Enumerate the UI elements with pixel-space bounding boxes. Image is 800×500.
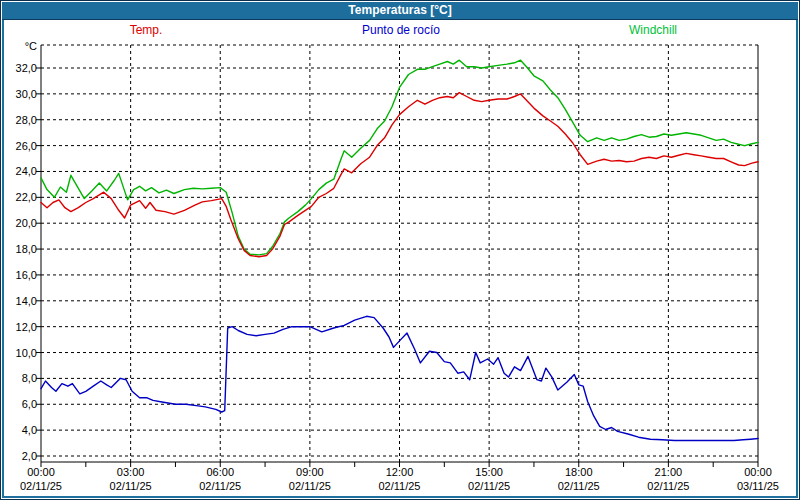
x-tick-time-label: 00:00 xyxy=(27,466,55,478)
legend-item-temp: Temp. xyxy=(130,23,163,37)
y-tick-label: 28,0 xyxy=(16,114,37,126)
x-tick-date-label: 02/11/25 xyxy=(647,480,689,492)
window-title: Temperaturas [°C] xyxy=(348,3,451,17)
app-window: Temperaturas [°C] Temp. Punto de rocío W… xyxy=(0,0,800,500)
x-tick-time-label: 06:00 xyxy=(206,466,234,478)
y-tick-label: 22,0 xyxy=(16,191,37,203)
x-tick-date-label: 03/11/25 xyxy=(737,480,779,492)
y-tick-label: 4,0 xyxy=(22,424,37,436)
y-tick-label: 18,0 xyxy=(16,243,37,255)
temperature-chart: 32,030,028,026,024,022,020,018,016,014,0… xyxy=(1,1,800,500)
y-tick-label: 12,0 xyxy=(16,321,37,333)
x-tick-time-label: 21:00 xyxy=(655,466,683,478)
y-tick-label: 32,0 xyxy=(16,62,37,74)
x-tick-date-label: 02/11/25 xyxy=(468,480,510,492)
x-tick-time-label: 18:00 xyxy=(565,466,593,478)
y-tick-label: 10,0 xyxy=(16,347,37,359)
x-tick-date-label: 02/11/25 xyxy=(199,480,241,492)
y-tick-label: 26,0 xyxy=(16,140,37,152)
x-tick-time-label: 09:00 xyxy=(296,466,324,478)
y-tick-label: 14,0 xyxy=(16,295,37,307)
y-tick-label: 8,0 xyxy=(22,372,37,384)
x-tick-time-label: 12:00 xyxy=(386,466,414,478)
y-tick-label: 24,0 xyxy=(16,165,37,177)
x-tick-date-label: 02/11/25 xyxy=(378,480,420,492)
y-tick-label: 30,0 xyxy=(16,88,37,100)
x-tick-date-label: 02/11/25 xyxy=(558,480,600,492)
legend-item-windchill: Windchill xyxy=(629,23,677,37)
x-tick-time-label: 00:00 xyxy=(744,466,772,478)
x-tick-date-label: 02/11/25 xyxy=(20,480,62,492)
y-tick-label: 6,0 xyxy=(22,398,37,410)
x-tick-time-label: 03:00 xyxy=(117,466,145,478)
chart-legend: Temp. Punto de rocío Windchill xyxy=(1,23,800,43)
x-tick-date-label: 02/11/25 xyxy=(289,480,331,492)
x-tick-time-label: 15:00 xyxy=(475,466,503,478)
window-titlebar: Temperaturas [°C] xyxy=(2,2,798,20)
y-tick-label: 2,0 xyxy=(22,450,37,462)
y-tick-label: 16,0 xyxy=(16,269,37,281)
x-tick-date-label: 02/11/25 xyxy=(110,480,152,492)
y-tick-label: 20,0 xyxy=(16,217,37,229)
legend-item-dew-point: Punto de rocío xyxy=(362,23,440,37)
